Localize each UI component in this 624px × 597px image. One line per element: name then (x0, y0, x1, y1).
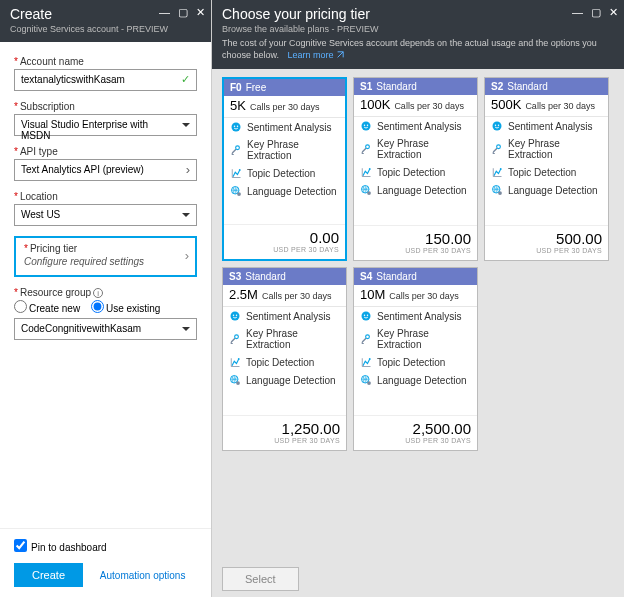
subscription-label: *Subscription (14, 101, 197, 112)
tier-card-s4[interactable]: S4Standard 10MCalls per 30 days Sentimen… (353, 267, 478, 451)
tier-price: 500.00USD PER 30 DAYS (485, 225, 608, 260)
pricing-desc: The cost of your Cognitive Services acco… (222, 38, 597, 60)
topic-icon (491, 166, 503, 178)
tier-feature: Sentiment Analysis (354, 117, 477, 135)
tier-feature: Topic Detection (354, 353, 477, 371)
tier-feature: Topic Detection (223, 353, 346, 371)
create-subtitle: Cognitive Services account - PREVIEW (10, 24, 201, 34)
maximize-icon[interactable]: ▢ (178, 6, 188, 19)
tier-card-s2[interactable]: S2Standard 500KCalls per 30 days Sentime… (484, 77, 609, 261)
create-header: Create Cognitive Services account - PREV… (0, 0, 211, 42)
minimize-icon[interactable]: — (572, 6, 583, 19)
location-label: *Location (14, 191, 197, 202)
sentiment-icon (229, 310, 241, 322)
language-icon (230, 185, 242, 197)
language-icon (360, 184, 372, 196)
topic-icon (230, 167, 242, 179)
topic-icon (229, 356, 241, 368)
tier-calls: 500KCalls per 30 days (485, 95, 608, 117)
rg-create-new-radio[interactable]: Create new (14, 303, 80, 314)
pricing-header: Choose your pricing tier Browse the avai… (212, 0, 624, 69)
key-phrase-icon (230, 144, 242, 156)
tier-feature: Key Phrase Extraction (223, 325, 346, 353)
pin-to-dashboard-checkbox[interactable]: Pin to dashboard (14, 539, 197, 553)
tier-card-s1[interactable]: S1Standard 100KCalls per 30 days Sentime… (353, 77, 478, 261)
topic-icon (360, 166, 372, 178)
create-panel: Create Cognitive Services account - PREV… (0, 0, 212, 597)
select-button[interactable]: Select (222, 567, 299, 591)
tier-feature: Topic Detection (354, 163, 477, 181)
tier-feature: Topic Detection (485, 163, 608, 181)
tier-card-f0[interactable]: F0Free 5KCalls per 30 days Sentiment Ana… (222, 77, 347, 261)
tier-feature: Sentiment Analysis (224, 118, 345, 136)
tier-price: 150.00USD PER 30 DAYS (354, 225, 477, 260)
sentiment-icon (230, 121, 242, 133)
tier-head: S4Standard (354, 268, 477, 285)
tier-feature: Sentiment Analysis (223, 307, 346, 325)
tier-calls: 10MCalls per 30 days (354, 285, 477, 307)
automation-options-link[interactable]: Automation options (100, 570, 186, 581)
location-select[interactable]: West US (14, 204, 197, 226)
api-type-label: *API type (14, 146, 197, 157)
pricing-title: Choose your pricing tier (222, 6, 614, 22)
account-name-input[interactable]: textanalyticswithKasam (14, 69, 197, 91)
learn-more-link[interactable]: Learn more (288, 50, 345, 60)
close-icon[interactable]: ✕ (609, 6, 618, 19)
tier-feature: Key Phrase Extraction (224, 136, 345, 164)
sentiment-icon (360, 310, 372, 322)
close-icon[interactable]: ✕ (196, 6, 205, 19)
tier-feature: Language Detection (223, 371, 346, 389)
tier-feature: Language Detection (485, 181, 608, 199)
tier-feature: Sentiment Analysis (485, 117, 608, 135)
sentiment-icon (491, 120, 503, 132)
topic-icon (360, 356, 372, 368)
language-icon (229, 374, 241, 386)
tier-calls: 5KCalls per 30 days (224, 96, 345, 118)
sentiment-icon (360, 120, 372, 132)
tier-head: S3Standard (223, 268, 346, 285)
key-phrase-icon (360, 333, 372, 345)
key-phrase-icon (491, 143, 503, 155)
tier-feature: Language Detection (354, 181, 477, 199)
resource-group-select[interactable]: CodeCongnitivewithKasam (14, 318, 197, 340)
tier-head: F0Free (224, 79, 345, 96)
tier-head: S2Standard (485, 78, 608, 95)
create-button[interactable]: Create (14, 563, 83, 587)
key-phrase-icon (360, 143, 372, 155)
tier-feature: Language Detection (354, 371, 477, 389)
tier-price: 1,250.00USD PER 30 DAYS (223, 415, 346, 450)
help-icon[interactable]: i (93, 288, 103, 298)
tier-feature: Key Phrase Extraction (485, 135, 608, 163)
pricing-tier-button[interactable]: *Pricing tier Configure required setting… (14, 236, 197, 277)
tiers-grid: F0Free 5KCalls per 30 days Sentiment Ana… (222, 77, 614, 451)
pricing-panel: Choose your pricing tier Browse the avai… (212, 0, 624, 597)
key-phrase-icon (229, 333, 241, 345)
api-type-select[interactable]: Text Analytics API (preview) (14, 159, 197, 181)
tier-feature: Key Phrase Extraction (354, 135, 477, 163)
tier-price: 0.00USD PER 30 DAYS (224, 224, 345, 259)
tier-feature: Sentiment Analysis (354, 307, 477, 325)
tier-head: S1Standard (354, 78, 477, 95)
rg-use-existing-radio[interactable]: Use existing (91, 303, 160, 314)
account-name-label: *Account name (14, 56, 197, 67)
pricing-subtitle: Browse the available plans - PREVIEW (222, 24, 614, 34)
language-icon (360, 374, 372, 386)
tier-card-s3[interactable]: S3Standard 2.5MCalls per 30 days Sentime… (222, 267, 347, 451)
minimize-icon[interactable]: — (159, 6, 170, 19)
maximize-icon[interactable]: ▢ (591, 6, 601, 19)
tier-calls: 100KCalls per 30 days (354, 95, 477, 117)
tier-calls: 2.5MCalls per 30 days (223, 285, 346, 307)
subscription-select[interactable]: Visual Studio Enterprise with MSDN (14, 114, 197, 136)
language-icon (491, 184, 503, 196)
tier-feature: Topic Detection (224, 164, 345, 182)
tier-price: 2,500.00USD PER 30 DAYS (354, 415, 477, 450)
tier-feature: Key Phrase Extraction (354, 325, 477, 353)
tier-feature: Language Detection (224, 182, 345, 200)
resource-group-label: *Resource groupi (14, 287, 197, 298)
